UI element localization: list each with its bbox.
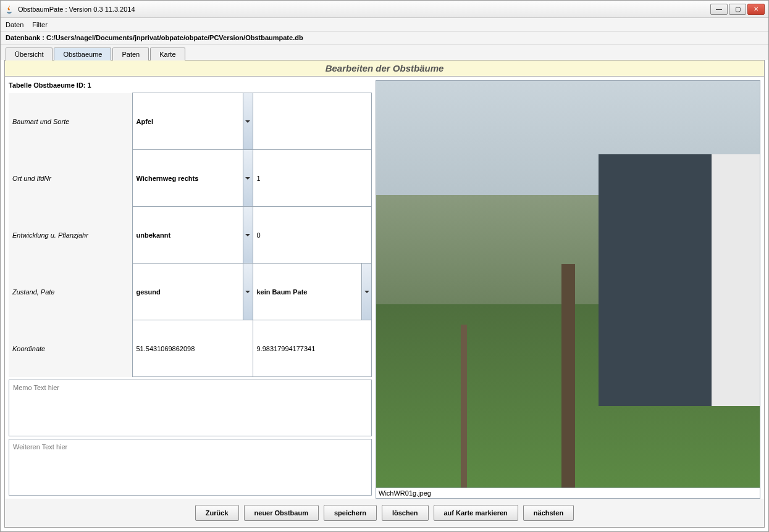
- minimize-button[interactable]: —: [710, 4, 728, 15]
- combo-ort[interactable]: Wichernweg rechts: [137, 150, 249, 206]
- combo-baumart-value: Apfel: [137, 118, 154, 125]
- window-title: ObstbaumPate : Version 0.3 11.3.2014: [18, 6, 135, 13]
- memo-textarea[interactable]: [9, 380, 372, 436]
- combo-baumart[interactable]: Apfel: [137, 93, 249, 149]
- table-caption: Tabelle Obstbaeume ID: 1: [9, 80, 372, 93]
- next-button[interactable]: nächsten: [523, 505, 574, 521]
- field-lfdnr[interactable]: 1: [253, 150, 372, 207]
- panel-title: Bearbeiten der Obstbäume: [5, 60, 764, 77]
- photo-filename: WichWR01g.jpeg: [376, 488, 760, 499]
- menu-filter[interactable]: Filter: [32, 21, 47, 28]
- label-baumart: Baumart und Sorte: [9, 93, 132, 150]
- form-pane: Tabelle Obstbaeume ID: 1 Baumart und Sor…: [5, 77, 376, 499]
- maximize-button[interactable]: ▢: [729, 4, 746, 15]
- tab-karte[interactable]: Karte: [150, 48, 185, 60]
- combo-zustand[interactable]: gesund: [137, 264, 249, 320]
- form-table: Baumart und Sorte Apfel Ort und lfdNr: [9, 93, 372, 377]
- chevron-down-icon[interactable]: [243, 264, 253, 320]
- combo-pate[interactable]: kein Baum Pate: [257, 264, 368, 320]
- menubar: Daten Filter: [1, 18, 768, 31]
- field-lon[interactable]: 9.98317994177341: [253, 320, 372, 377]
- chevron-down-icon[interactable]: [361, 264, 371, 320]
- image-pane: WichWR01g.jpeg: [376, 77, 764, 499]
- label-ort: Ort und lfdNr: [9, 150, 132, 207]
- field-pflanzjahr[interactable]: 0: [253, 207, 372, 264]
- extra-textarea[interactable]: [9, 439, 372, 496]
- content-frame: Bearbeiten der Obstbäume Tabelle Obstbae…: [4, 60, 765, 528]
- combo-entwicklung-value: unbekannt: [137, 231, 171, 239]
- mark-on-map-button[interactable]: auf Karte markieren: [434, 505, 518, 521]
- java-icon: [4, 4, 14, 14]
- combo-pate-value: kein Baum Pate: [257, 288, 308, 296]
- tab-obstbaeume[interactable]: Obstbaeume: [54, 48, 111, 60]
- combo-ort-value: Wichernweg rechts: [137, 175, 199, 182]
- chevron-down-icon[interactable]: [243, 93, 253, 149]
- close-button[interactable]: ✕: [747, 4, 765, 15]
- label-koordinate: Koordinate: [9, 320, 132, 377]
- save-button[interactable]: speichern: [324, 505, 377, 521]
- tab-uebersicht[interactable]: Übersicht: [6, 48, 53, 60]
- button-bar: Zurück neuer Obstbaum speichern löschen …: [5, 499, 764, 527]
- label-entwicklung: Entwicklung u. Pflanzjahr: [9, 207, 132, 264]
- combo-zustand-value: gesund: [137, 288, 161, 296]
- new-tree-button[interactable]: neuer Obstbaum: [244, 505, 319, 521]
- chevron-down-icon[interactable]: [243, 207, 253, 263]
- delete-button[interactable]: löschen: [382, 505, 429, 521]
- label-zustand: Zustand, Pate: [9, 264, 132, 320]
- field-lat[interactable]: 51.5431069862098: [132, 320, 253, 377]
- app-window: ObstbaumPate : Version 0.3 11.3.2014 — ▢…: [0, 0, 769, 532]
- field-baumart-extra[interactable]: [253, 93, 372, 150]
- combo-entwicklung[interactable]: unbekannt: [137, 207, 249, 263]
- tree-photo: [376, 80, 760, 488]
- database-path: Datenbank : C:/Users/nagel/Documents/jnp…: [1, 31, 768, 44]
- tab-bar: Übersicht Obstbaeume Paten Karte: [1, 44, 768, 60]
- titlebar: ObstbaumPate : Version 0.3 11.3.2014 — ▢…: [1, 1, 768, 18]
- tab-paten[interactable]: Paten: [112, 48, 149, 60]
- chevron-down-icon[interactable]: [243, 150, 253, 206]
- menu-daten[interactable]: Daten: [6, 21, 23, 28]
- back-button[interactable]: Zurück: [195, 505, 239, 521]
